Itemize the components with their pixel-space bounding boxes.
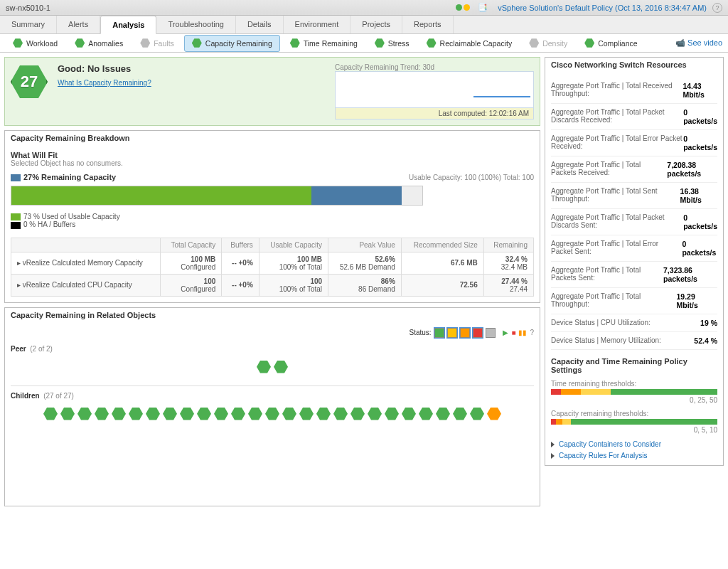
- remaining-label: 27% Remaining Capacity: [23, 173, 116, 181]
- child-hex[interactable]: [436, 407, 450, 421]
- resource-row: Device Status | Memory Utilization:52.4 …: [551, 332, 717, 350]
- last-computed: Last computed: 12:02:16 AM: [335, 108, 534, 119]
- child-hex[interactable]: [333, 407, 348, 421]
- resource-row: Aggregate Port Traffic | Total Packet Di…: [551, 209, 717, 235]
- child-hex[interactable]: [368, 407, 382, 421]
- subtab-reclaimable-capacity[interactable]: Reclaimable Capacity: [419, 36, 520, 51]
- peer-row: [11, 354, 534, 380]
- child-hex[interactable]: [248, 407, 262, 421]
- tab-summary[interactable]: Summary: [0, 16, 57, 33]
- tab-details[interactable]: Details: [236, 16, 284, 33]
- subtab-density: Density: [522, 36, 574, 51]
- hex-icon: [75, 38, 85, 48]
- pause-icon[interactable]: ▮▮: [518, 329, 527, 336]
- child-hex[interactable]: [487, 407, 501, 421]
- subtab-compliance[interactable]: Compliance: [577, 36, 644, 51]
- child-hex[interactable]: [180, 407, 194, 421]
- peer-hex[interactable]: [257, 360, 271, 374]
- child-hex[interactable]: [163, 407, 177, 421]
- help-icon[interactable]: ?: [712, 3, 722, 13]
- child-hex[interactable]: [214, 407, 228, 421]
- child-hex[interactable]: [197, 407, 211, 421]
- hex-icon: [290, 38, 300, 48]
- status-help[interactable]: ?: [530, 329, 534, 336]
- status-label: Status:: [409, 329, 431, 336]
- hex-icon: [529, 38, 539, 48]
- children-label: Children: [11, 392, 40, 400]
- child-hex[interactable]: [299, 407, 314, 421]
- resource-row: Aggregate Port Traffic | Total Error Pac…: [551, 130, 717, 156]
- capacity-table: Total CapacityBuffersUsable CapacityPeak…: [11, 238, 534, 297]
- child-hex[interactable]: [95, 407, 109, 421]
- hex-icon: [584, 38, 594, 48]
- sub-tabs: WorkloadAnomaliesFaultsCapacity Remainin…: [0, 34, 728, 53]
- legend-used: 73 % Used of Usable Capacity: [23, 213, 120, 220]
- table-row[interactable]: ▸ vRealize Calculated CPU Capacity: [11, 274, 161, 296]
- child-hex[interactable]: [419, 407, 433, 421]
- bookmark-icon[interactable]: 📑: [478, 3, 488, 12]
- subtab-stress[interactable]: Stress: [368, 36, 417, 51]
- child-hex[interactable]: [402, 407, 416, 421]
- help-link[interactable]: What Is Capacity Remaining?: [58, 79, 151, 87]
- child-hex[interactable]: [112, 407, 126, 421]
- filter-green[interactable]: [434, 328, 444, 338]
- resource-row: Aggregate Port Traffic | Total Received …: [551, 78, 717, 104]
- child-hex[interactable]: [350, 407, 365, 421]
- resource-row: Aggregate Port Traffic | Total Sent Thro…: [551, 183, 717, 209]
- filter-gray[interactable]: [486, 328, 496, 338]
- child-hex[interactable]: [146, 407, 160, 421]
- child-hex[interactable]: [129, 407, 143, 421]
- cap-thresh-label: Capacity remaining thresholds:: [551, 410, 717, 418]
- capacity-bar: [11, 186, 423, 206]
- table-row[interactable]: ▸ vRealize Calculated Memory Capacity: [11, 252, 161, 274]
- breakdown-panel: Capacity Remaining Breakdown What Will F…: [4, 130, 540, 303]
- hex-icon: [13, 38, 23, 48]
- child-hex[interactable]: [470, 407, 484, 421]
- subtab-time-remaining[interactable]: Time Remaining: [283, 36, 365, 51]
- time-thresh-label: Time remaining thresholds:: [551, 380, 717, 388]
- cap-thresh-bar: [551, 419, 717, 425]
- filter-red[interactable]: [473, 328, 483, 338]
- trend-chart: [335, 71, 534, 108]
- child-hex[interactable]: [453, 407, 467, 421]
- tab-alerts[interactable]: Alerts: [57, 16, 100, 33]
- resource-row: Aggregate Port Traffic | Total Packet Di…: [551, 104, 717, 130]
- tab-environment[interactable]: Environment: [284, 16, 351, 33]
- policy-link[interactable]: vSphere Solution's Default Policy (Oct 1…: [498, 4, 707, 12]
- stop-icon[interactable]: ■: [511, 329, 515, 336]
- breakdown-title: Capacity Remaining Breakdown: [11, 134, 534, 142]
- child-hex[interactable]: [77, 407, 92, 421]
- tab-reports[interactable]: Reports: [402, 16, 454, 33]
- status-panel: 27 Good: No Issues What Is Capacity Rema…: [4, 57, 540, 126]
- containers-link[interactable]: Capacity Containers to Consider: [559, 440, 661, 448]
- tab-projects[interactable]: Projects: [350, 16, 402, 33]
- filter-yellow[interactable]: [447, 328, 457, 338]
- resource-row: Aggregate Port Traffic | Total Throughpu…: [551, 288, 717, 314]
- subtab-capacity-remaining[interactable]: Capacity Remaining: [184, 35, 280, 52]
- child-hex[interactable]: [265, 407, 279, 421]
- tab-troubleshooting[interactable]: Troubleshooting: [156, 16, 235, 33]
- child-hex[interactable]: [43, 407, 58, 421]
- resources-title: Cisco Networking Switch Resources: [551, 60, 717, 69]
- hex-icon: [375, 38, 385, 48]
- time-thresh-bar: [551, 389, 717, 395]
- noconsumers-label: Selected Object has no consumers.: [11, 159, 534, 167]
- see-video-link[interactable]: 📹 See video: [675, 38, 722, 48]
- resource-row: Device Status | CPU Utilization:19 %: [551, 314, 717, 332]
- legend-ha: 0 % HA / Buffers: [23, 220, 75, 228]
- tab-analysis[interactable]: Analysis: [100, 16, 156, 34]
- child-hex[interactable]: [316, 407, 331, 421]
- subtab-anomalies[interactable]: Anomalies: [68, 36, 130, 51]
- child-hex[interactable]: [282, 407, 296, 421]
- peer-hex[interactable]: [274, 360, 288, 374]
- subtab-workload[interactable]: Workload: [6, 36, 65, 51]
- filter-orange[interactable]: [460, 328, 470, 338]
- peer-label: Peer: [11, 345, 26, 353]
- rules-link[interactable]: Capacity Rules For Analysis: [559, 452, 648, 459]
- related-title: Capacity Remaining in Related Objects: [11, 311, 534, 319]
- child-hex[interactable]: [60, 407, 75, 421]
- play-icon[interactable]: ▶: [503, 329, 508, 336]
- hex-icon: [192, 38, 202, 48]
- child-hex[interactable]: [385, 407, 399, 421]
- child-hex[interactable]: [231, 407, 245, 421]
